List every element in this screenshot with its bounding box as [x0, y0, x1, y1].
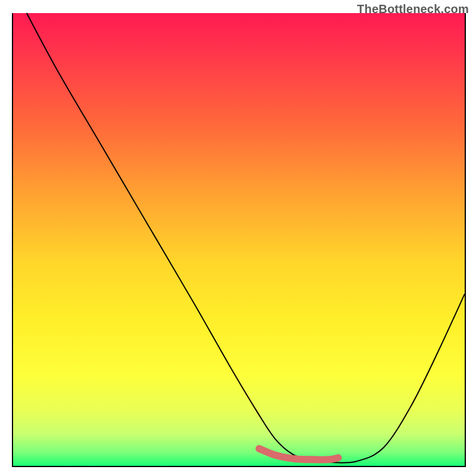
curve-svg — [13, 13, 465, 466]
plot-area — [12, 13, 466, 467]
highlight-segment-path — [259, 449, 339, 460]
chart-container: TheBottleneck.com — [0, 0, 476, 476]
highlight-start-dot — [256, 445, 263, 452]
bottleneck-curve-path — [27, 13, 465, 463]
